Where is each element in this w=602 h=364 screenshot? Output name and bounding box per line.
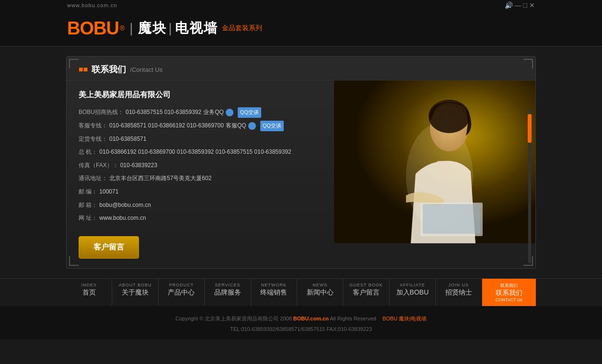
- nav-item-about[interactable]: ABOUT BOBU 关于魔块: [112, 279, 158, 306]
- footer-tel: TEL:010-63859392/63858571/63857515 FAX:0…: [0, 324, 602, 334]
- nav-en-services: SERVICES: [207, 283, 248, 287]
- nav-cn-affiliate: 加入BOBU: [392, 288, 433, 297]
- header: BOBU ® | 魔块|电视墙 金品套装系列: [0, 11, 602, 46]
- nav-en-news: NEWS: [300, 283, 340, 287]
- section-title-en: /Contact Us: [130, 66, 162, 73]
- order-phone: 010-63858571: [109, 134, 146, 145]
- nav-en-guestbook: GUEST BOOK: [346, 283, 386, 287]
- fax-label: 传真（FAX）：: [79, 160, 118, 171]
- section-icon: ■■: [79, 65, 88, 74]
- maximize-icon[interactable]: □: [523, 1, 527, 9]
- service-label: 客服专线：: [79, 121, 107, 131]
- nav-item-news[interactable]: NEWS 新闻中心: [297, 279, 343, 306]
- email-label: 邮 箱：: [79, 200, 97, 211]
- website-row: 网 址： www.bobu.com.cn: [79, 213, 523, 224]
- main-content: ■■ 联系我们 /Contact Us 美上美易家居用品有限公司 BOBU招商热…: [66, 46, 536, 278]
- corner-tl: [69, 59, 79, 68]
- site-url: www.bobu.com.cn: [67, 2, 117, 8]
- nav-en-about: ABOUT BOBU: [115, 283, 155, 287]
- nav-en-index: INDEX: [69, 283, 109, 287]
- fax-row: 传真（FAX）： 010-63839223: [79, 160, 523, 171]
- mobile-row: 总 机： 010-63866192 010-63869700 010-63859…: [79, 147, 523, 158]
- nav-item-product[interactable]: PRODUCT 产品中心: [159, 279, 205, 306]
- content-panel: ■■ 联系我们 /Contact Us 美上美易家居用品有限公司 BOBU招商热…: [66, 56, 536, 269]
- message-button[interactable]: 客户留言: [79, 236, 139, 259]
- footer-rights: All Rights Reserved: [330, 316, 376, 321]
- nav-cn-product: 产品中心: [161, 288, 202, 297]
- address: 北京丰台区西三环南路57号美克大厦602: [109, 173, 211, 184]
- contact-info: 美上美易家居用品有限公司 BOBU招商热线： 010-63857515 010-…: [67, 80, 535, 268]
- postal-row: 邮 编： 100071: [79, 187, 523, 197]
- top-bar: www.bobu.com.cn 🔊 — □ ✕: [0, 0, 602, 11]
- hotline-row: BOBU招商热线： 010-63857515 010-63859392 业务QQ…: [79, 107, 523, 118]
- nav-item-services[interactable]: SERVICES 品牌服务: [205, 279, 251, 306]
- postal-label: 邮 编：: [79, 187, 97, 197]
- section-title-cn: 联系我们: [92, 64, 126, 75]
- footer-logo-text: BOBU 魔块|电视墙: [382, 316, 427, 321]
- business-qq-label: 业务QQ: [203, 107, 224, 118]
- qq-icon-1: [226, 109, 233, 116]
- minimize-icon[interactable]: —: [515, 1, 521, 9]
- content-body: 美上美易家居用品有限公司 BOBU招商热线： 010-63857515 010-…: [67, 80, 535, 268]
- mobile-phones: 010-63866192 010-63869700 010-63859392 0…: [99, 147, 291, 158]
- service-row: 客服专线： 010-63858571 010-63866192 010-6386…: [79, 121, 523, 131]
- order-row: 定货专线： 010-63858571: [79, 134, 523, 145]
- hotline-label: BOBU招商热线：: [79, 107, 124, 118]
- fax-phone: 010-63839223: [120, 160, 157, 171]
- section-title: ■■ 联系我们 /Contact Us: [67, 57, 535, 80]
- order-label: 定货专线：: [79, 134, 107, 145]
- nav-cn-news: 新闻中心: [300, 288, 340, 297]
- logo-divider: |: [129, 21, 133, 36]
- nav-item-contact[interactable]: 联系我们 联系我们 CONTACT Us: [482, 279, 536, 306]
- nav-item-joinus[interactable]: JOIN US 招贤纳士: [436, 279, 482, 306]
- nav-item-network[interactable]: NETWORK 终端销售: [251, 279, 297, 306]
- email: bobu@bobu.com.cn: [99, 200, 151, 211]
- company-name: 美上美易家居用品有限公司: [79, 90, 523, 100]
- nav-en-joinus: JOIN US: [438, 283, 479, 287]
- logo-series: 金品套装系列: [222, 24, 262, 33]
- corner-tr: [523, 59, 533, 68]
- service-phones: 010-63858571 010-63866192 010-63869700: [109, 121, 224, 131]
- nav-item-index[interactable]: INDEX 首页: [66, 279, 112, 306]
- nav-sub-contact: CONTACT Us: [485, 297, 533, 302]
- nav-item-guestbook[interactable]: GUEST BOOK 客户留言: [343, 279, 389, 306]
- copyright-text: Copyright © 北京美上美易家居用品有限公司 2008: [175, 316, 292, 321]
- nav-en-network: NETWORK: [254, 283, 294, 287]
- qq-icon-2: [248, 122, 256, 130]
- nav-cn-about: 关于魔块: [115, 288, 155, 297]
- nav-inner: INDEX 首页 ABOUT BOBU 关于魔块 PRODUCT 产品中心 SE…: [66, 279, 536, 306]
- nav-en-affiliate: AFFILIATE: [392, 283, 433, 287]
- footer-copyright: Copyright © 北京美上美易家居用品有限公司 2008 BOBU.com…: [0, 313, 602, 324]
- postal-code: 100071: [99, 187, 118, 197]
- nav-cn-contact: 联系我们: [485, 289, 533, 297]
- nav-cn-services: 品牌服务: [207, 288, 248, 297]
- nav-en-product: PRODUCT: [161, 283, 202, 287]
- address-row: 通讯地址： 北京丰台区西三环南路57号美克大厦602: [79, 173, 523, 184]
- service-qq-label: 客服QQ: [226, 121, 246, 131]
- navigation: INDEX 首页 ABOUT BOBU 关于魔块 PRODUCT 产品中心 SE…: [0, 278, 602, 306]
- volume-icon: 🔊: [505, 1, 513, 9]
- close-icon[interactable]: ✕: [529, 1, 535, 9]
- website: www.bobu.com.cn: [99, 213, 146, 224]
- nav-en-contact: 联系我们: [485, 283, 533, 289]
- logo: BOBU ® | 魔块|电视墙 金品套装系列: [67, 19, 262, 37]
- nav-cn-joinus: 招贤纳士: [438, 288, 479, 297]
- nav-cn-network: 终端销售: [254, 288, 294, 297]
- nav-cn-guestbook: 客户留言: [346, 288, 386, 297]
- website-label: 网 址：: [79, 213, 97, 224]
- qq-chat-btn-1[interactable]: QQ交谈: [238, 107, 261, 118]
- top-icons: 🔊 — □ ✕: [505, 1, 535, 9]
- mobile-label: 总 机：: [79, 147, 97, 158]
- footer-brand: BOBU.com.cn: [293, 316, 329, 321]
- email-row: 邮 箱： bobu@bobu.com.cn: [79, 200, 523, 211]
- hotline-phones: 010-63857515 010-63859392: [126, 107, 201, 118]
- logo-main: BOBU: [67, 19, 119, 37]
- address-label: 通讯地址：: [79, 173, 107, 184]
- qq-chat-btn-2[interactable]: QQ交谈: [260, 121, 284, 131]
- nav-item-affiliate[interactable]: AFFILIATE 加入BOBU: [390, 279, 436, 306]
- logo-reg: ®: [120, 24, 125, 32]
- logo-subtitle: 魔块|电视墙: [138, 19, 218, 37]
- nav-cn-index: 首页: [69, 288, 109, 297]
- footer: Copyright © 北京美上美易家居用品有限公司 2008 BOBU.com…: [0, 306, 602, 339]
